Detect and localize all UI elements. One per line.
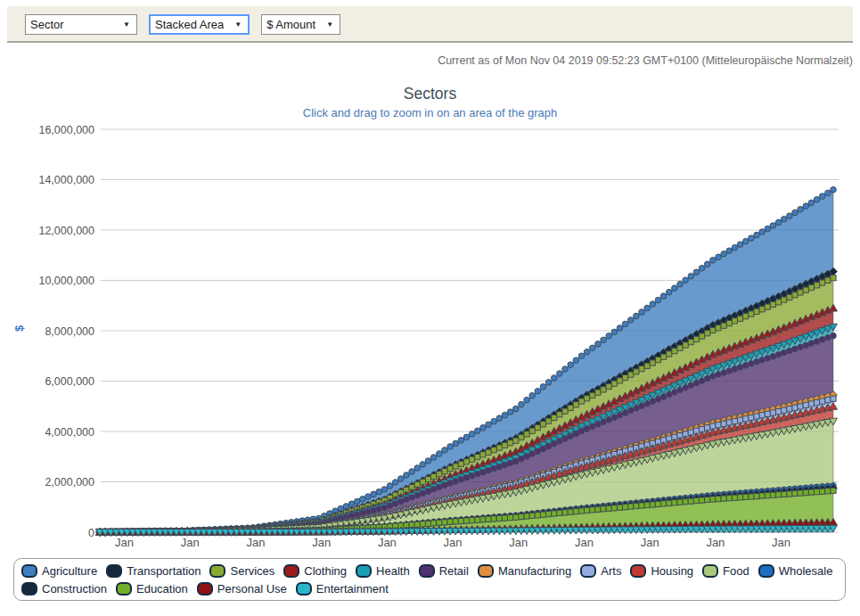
legend-item-clothing[interactable]: Clothing [283,562,347,579]
svg-text:Jan: Jan [772,536,790,549]
svg-text:Jan: Jan [378,536,397,549]
svg-text:8,000,000: 8,000,000 [45,325,94,338]
legend-swatch-icon [580,564,596,578]
legend-swatch-icon [116,582,132,595]
svg-text:Jan: Jan [641,536,659,549]
legend-item-services[interactable]: Services [209,562,274,579]
legend-label: Retail [439,564,469,578]
legend-label: Wholesale [779,564,833,578]
legend-swatch-icon [419,564,435,578]
legend-item-arts[interactable]: Arts [580,562,621,579]
legend-label: Agriculture [42,564,97,578]
svg-text:0: 0 [88,527,94,539]
legend: AgricultureTransportationServicesClothin… [13,558,846,601]
legend-item-housing[interactable]: Housing [630,562,693,579]
legend-swatch-icon [630,564,646,578]
svg-text:12,000,000: 12,000,000 [38,225,94,237]
svg-text:10,000,000: 10,000,000 [38,275,94,287]
legend-swatch-icon [356,564,372,578]
legend-item-construction[interactable]: Construction [21,579,107,597]
legend-swatch-icon [283,564,299,578]
legend-item-transportation[interactable]: Transportation [106,562,201,579]
svg-text:Jan: Jan [575,536,594,549]
legend-swatch-icon [21,564,37,578]
legend-swatch-icon [296,582,312,595]
legend-label: Services [230,564,274,578]
legend-item-entertainment[interactable]: Entertainment [296,579,389,597]
svg-text:Jan: Jan [706,536,725,549]
svg-text:6,000,000: 6,000,000 [45,375,94,388]
legend-label: Food [723,564,749,578]
svg-text:Jan: Jan [246,536,265,549]
legend-swatch-icon [478,564,494,578]
x-axis-labels: JanJanJanJanJanJanJanJanJanJanJan [115,536,790,549]
legend-label: Manufacturing [498,564,571,578]
app-window: Sector ▼ Stacked Area ▼ $ Amount ▼ Curre… [0,0,860,616]
svg-text:4,000,000: 4,000,000 [45,426,94,439]
legend-label: Clothing [304,564,347,578]
svg-text:2,000,000: 2,000,000 [45,476,94,489]
svg-text:Jan: Jan [509,536,528,549]
svg-text:16,000,000: 16,000,000 [38,124,94,136]
legend-label: Construction [42,582,107,595]
legend-label: Arts [601,564,621,578]
svg-text:Jan: Jan [181,536,200,549]
legend-label: Personal Use [217,582,287,595]
chart-svg[interactable]: 02,000,0004,000,0006,000,0008,000,00010,… [0,0,860,616]
svg-text:Jan: Jan [115,536,134,549]
legend-label: Health [376,564,410,578]
legend-label: Housing [651,564,693,578]
legend-swatch-icon [758,564,774,578]
legend-item-food[interactable]: Food [702,562,749,579]
legend-item-personal-use[interactable]: Personal Use [197,579,287,597]
legend-swatch-icon [197,582,213,595]
svg-text:Jan: Jan [312,536,331,549]
legend-swatch-icon [21,582,37,595]
legend-label: Entertainment [316,582,389,595]
legend-item-health[interactable]: Health [356,562,410,579]
legend-label: Education [136,582,188,595]
legend-swatch-icon [209,564,225,578]
legend-item-agriculture[interactable]: Agriculture [21,562,97,579]
y-axis-labels: 02,000,0004,000,0006,000,0008,000,00010,… [38,124,94,539]
legend-item-manufacturing[interactable]: Manufacturing [478,562,571,579]
svg-text:14,000,000: 14,000,000 [38,174,94,186]
legend-swatch-icon [106,564,122,578]
legend-item-education[interactable]: Education [116,579,188,597]
legend-label: Transportation [127,564,201,578]
svg-text:Jan: Jan [444,536,463,549]
legend-item-wholesale[interactable]: Wholesale [758,562,833,579]
legend-swatch-icon [702,564,718,578]
legend-item-retail[interactable]: Retail [419,562,469,579]
